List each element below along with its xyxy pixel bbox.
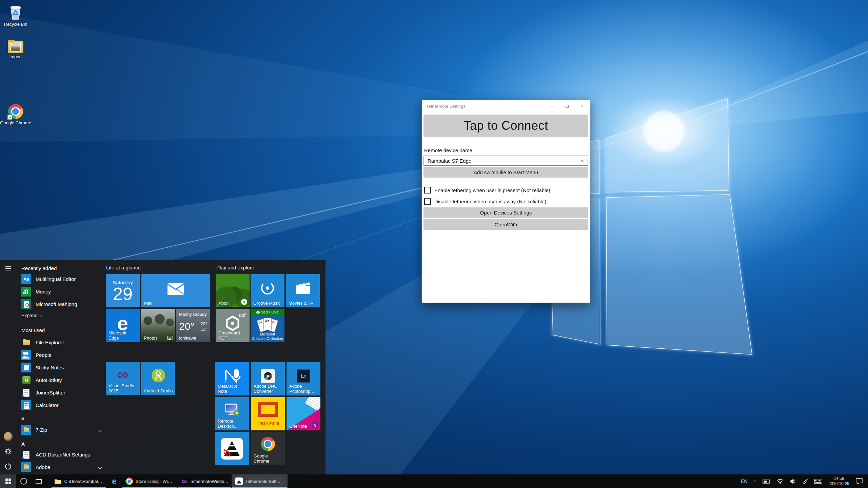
battery-icon bbox=[763, 479, 771, 484]
tile-weather[interactable]: Mostly Cloudy 20° 20° 11° Ichikawa bbox=[176, 309, 210, 342]
chevron-down-icon bbox=[580, 158, 585, 162]
desktop-icon-import[interactable]: Import bbox=[0, 37, 31, 59]
section-header-hash[interactable]: # bbox=[21, 414, 103, 424]
open-devices-settings-button[interactable]: Open Devices Settings bbox=[423, 207, 588, 218]
close-button[interactable]: × bbox=[575, 100, 590, 112]
language-indicator[interactable]: EN bbox=[738, 474, 750, 488]
tile-xbox[interactable]: x Xbox bbox=[216, 274, 250, 307]
taskbar-tethermote-settings[interactable]: Tethermote Settings bbox=[232, 474, 288, 488]
taskbar-edge[interactable]: e bbox=[107, 474, 122, 488]
taskbar-visual-studio[interactable]: ∞ TethermoteWindo... bbox=[178, 474, 232, 488]
hamburger-icon bbox=[5, 266, 11, 270]
action-center-button[interactable] bbox=[853, 474, 868, 488]
tile-visual-studio[interactable]: ∞ Visual Studio 2015 bbox=[106, 362, 140, 395]
network-indicator[interactable] bbox=[774, 474, 787, 488]
tile-groove-music[interactable]: Groove Music bbox=[251, 274, 284, 307]
tile-remote-desktop[interactable]: Remote Desktop... bbox=[215, 397, 249, 430]
app-item-adobe-group[interactable]: Adobe bbox=[21, 461, 103, 473]
tile-metamoji-note[interactable]: MetaMoJi Note bbox=[215, 362, 249, 395]
settings-button[interactable] bbox=[0, 444, 16, 459]
tile-microsoft-edge[interactable]: e Microsoft Edge bbox=[106, 309, 140, 342]
taskbar-label: Tethermote Settings bbox=[245, 479, 284, 484]
notebook-icon bbox=[305, 397, 320, 411]
paint-frame-icon bbox=[258, 402, 278, 417]
power-button[interactable] bbox=[0, 459, 16, 474]
taskbar-chrome[interactable]: Store listing - Wind... bbox=[122, 474, 178, 488]
enable-tethering-checkbox[interactable]: Enable tethering when user is present (N… bbox=[423, 187, 588, 194]
app-item-joinersplitter[interactable]: JoinerSplitter bbox=[21, 386, 103, 399]
tile-movies-tv[interactable]: Movies & TV bbox=[286, 274, 320, 307]
tile-drawboard-pdf[interactable]: pdf Drawboard PDF bbox=[216, 309, 250, 342]
app-item-sticky-notes[interactable]: Sticky Notes bbox=[21, 361, 103, 374]
app-item-label: Microsoft Mahjong bbox=[36, 301, 77, 307]
app-item-file-explorer[interactable]: File Explorer bbox=[21, 336, 103, 349]
battery-indicator[interactable] bbox=[760, 474, 774, 488]
tray-overflow-button[interactable] bbox=[751, 474, 760, 488]
pdf-script-glyph: pdf bbox=[239, 312, 245, 318]
user-account-button[interactable] bbox=[0, 429, 16, 444]
task-view-button[interactable] bbox=[31, 474, 46, 488]
tile-adobe-photoshop[interactable]: Lr Adobe Photoshop... bbox=[287, 362, 320, 395]
hamburger-menu-button[interactable] bbox=[0, 261, 16, 276]
tile-calendar[interactable]: Saturday 29 bbox=[106, 274, 140, 307]
start-app-list: Recently added Aa Multilingual Editor Mo… bbox=[21, 260, 103, 474]
app-item-multilingual-editor[interactable]: Aa Multilingual Editor bbox=[21, 273, 103, 285]
app-item-7zip-group[interactable]: 7-Zip bbox=[21, 424, 103, 436]
desktop-icon-label: Recycle Bin bbox=[0, 22, 31, 27]
tile-adobe-dng[interactable]: Adobe DNG Converter bbox=[251, 362, 285, 395]
app-item-people[interactable]: People bbox=[21, 349, 103, 361]
desktop-icon-recycle-bin[interactable]: Recycle Bin bbox=[0, 4, 31, 27]
window-titlebar[interactable]: Tethermote Settings × bbox=[422, 100, 590, 112]
tap-to-connect-button[interactable]: Tap to Connect bbox=[423, 115, 588, 137]
app-item-label: File Explorer bbox=[36, 340, 64, 345]
section-header-a[interactable]: A bbox=[21, 439, 103, 448]
cortana-button[interactable] bbox=[16, 474, 31, 488]
tile-group-header-life[interactable]: Life at a glance bbox=[106, 265, 141, 270]
weather-high: 20° bbox=[200, 321, 207, 326]
app-item-money[interactable]: Money bbox=[21, 285, 103, 298]
app-item-calculator[interactable]: Calculator bbox=[21, 399, 103, 411]
tile-label: Mail bbox=[144, 301, 208, 306]
add-switch-tile-button[interactable]: Add switch tile to Start Menu bbox=[423, 167, 588, 178]
expand-toggle[interactable]: Expand bbox=[21, 310, 103, 321]
app-item-label: Multilingual Editor bbox=[36, 276, 76, 282]
start-button[interactable] bbox=[0, 474, 16, 488]
document-icon bbox=[21, 388, 31, 398]
maximize-button[interactable] bbox=[559, 100, 575, 112]
remote-device-select[interactable]: Rambalac S7 Edge bbox=[423, 156, 588, 166]
openwifi-button[interactable]: OpenWiFi bbox=[423, 219, 588, 230]
pen-indicator[interactable] bbox=[799, 474, 811, 488]
tethermote-pyramid-icon bbox=[221, 438, 243, 460]
minimize-button[interactable] bbox=[544, 100, 559, 112]
app-item-label: Adobe bbox=[36, 464, 50, 470]
taskbar-file-explorer[interactable]: C:\Users\Rambalac... bbox=[51, 474, 107, 488]
enable-tethering-label: Enable tethering when user is present (N… bbox=[434, 187, 550, 193]
tile-mail[interactable]: Mail bbox=[141, 274, 210, 307]
tile-onenote[interactable]: N OneNote bbox=[287, 397, 320, 430]
remote-device-label: Remote device name bbox=[423, 147, 588, 153]
app-item-label: 7-Zip bbox=[36, 427, 47, 433]
touch-keyboard-button[interactable] bbox=[811, 474, 825, 488]
tile-android-studio[interactable]: Android Studio bbox=[141, 362, 175, 395]
disable-tethering-checkbox[interactable]: Disable tethering when user is away (Not… bbox=[423, 198, 588, 205]
volume-indicator[interactable] bbox=[787, 474, 799, 488]
tile-google-chrome[interactable]: Google Chrome bbox=[251, 432, 285, 465]
tile-tethermote[interactable] bbox=[215, 432, 249, 465]
tile-solitaire[interactable]: x XBOX LIVE J♦ Q♣ K♥ Microsoft Solitaire… bbox=[251, 309, 284, 342]
app-item-microsoft-mahjong[interactable]: Microsoft Mahjong bbox=[21, 298, 103, 310]
app-item-acd-dokannet[interactable]: ACD.DokanNet Settings bbox=[21, 448, 103, 461]
tile-group-header-play[interactable]: Play and explore bbox=[216, 265, 254, 270]
remote-desktop-icon bbox=[224, 403, 240, 417]
start-menu-rail bbox=[0, 260, 16, 474]
pen-icon bbox=[802, 479, 808, 484]
tile-fresh-paint[interactable]: Fresh Paint bbox=[251, 397, 285, 430]
checkbox-box[interactable] bbox=[424, 187, 431, 194]
tile-photos[interactable]: Photos bbox=[141, 309, 175, 342]
folder-icon bbox=[55, 479, 61, 484]
desktop-icon-google-chrome[interactable]: ↗ Google Chrome bbox=[0, 103, 31, 125]
checkbox-box[interactable] bbox=[424, 198, 431, 205]
windows-logo-icon bbox=[5, 479, 11, 484]
clock[interactable]: 14:56 2016-10-29 bbox=[825, 474, 853, 488]
app-item-autohotkey[interactable]: H AutoHotkey bbox=[21, 374, 103, 386]
tile-label: Fresh Paint bbox=[251, 421, 285, 426]
